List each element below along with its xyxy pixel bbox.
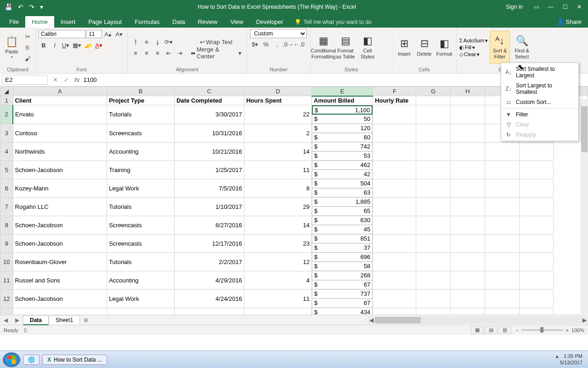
row-header[interactable]: 1 (0, 96, 13, 105)
close-icon[interactable]: ✕ (577, 4, 582, 10)
cell[interactable]: 12 (244, 253, 311, 271)
merge-center-button[interactable]: ⬌ Merge & Center ▾ (188, 48, 244, 58)
cell[interactable]: 3/30/2017 (175, 308, 244, 315)
format-painter-icon[interactable]: 🖌 (23, 53, 33, 63)
sort-filter-button[interactable]: ᴬ↓Sort & Filter (490, 31, 510, 64)
undo-icon[interactable]: ↶ (18, 3, 23, 11)
cell[interactable]: $504 (312, 179, 373, 188)
share-button[interactable]: 👤 Share (550, 16, 588, 28)
percent-format-icon[interactable]: % (261, 39, 271, 49)
cell[interactable]: 4/24/2016 (175, 289, 244, 308)
conditional-formatting-button[interactable]: ▦Conditional Formatting (313, 31, 334, 64)
tab-data[interactable]: Data (166, 16, 191, 28)
menu-sort-asc[interactable]: A↓Sort Smallest to Largest (501, 64, 578, 80)
tell-me[interactable]: 💡 Tell me what you want to do (290, 17, 376, 28)
fx-icon[interactable]: fx (72, 76, 83, 83)
cell[interactable]: Tutorials (107, 253, 175, 271)
cell[interactable]: 29 (244, 197, 311, 216)
cell[interactable]: 14 (244, 216, 311, 234)
cell[interactable]: $630 (312, 216, 373, 225)
row-header[interactable]: 11 (0, 271, 13, 289)
bold-button[interactable]: B (39, 40, 49, 50)
fill-color-button[interactable]: ◢▾ (83, 40, 93, 50)
cell[interactable]: $37 (312, 243, 373, 253)
cell[interactable]: Kozey-Mann (13, 179, 107, 197)
font-name-combo[interactable] (39, 30, 85, 38)
font-color-button[interactable]: A▾ (94, 40, 104, 50)
header-cell[interactable]: Date Completed (175, 96, 244, 105)
cell[interactable]: Tutorials (107, 197, 175, 216)
cell[interactable]: $45 (312, 225, 373, 234)
shrink-font-icon[interactable]: A▾ (114, 29, 124, 39)
cell[interactable]: 7/5/2016 (175, 179, 244, 197)
cell[interactable]: $67 (312, 280, 373, 289)
cell[interactable]: 4 (244, 271, 311, 289)
font-size-combo[interactable] (86, 30, 102, 38)
row-header[interactable]: 4 (0, 142, 13, 161)
cell[interactable]: 10/21/2016 (175, 142, 244, 161)
align-left-icon[interactable]: ≡ (130, 48, 141, 58)
column-header-G[interactable]: G (416, 87, 451, 96)
align-bottom-icon[interactable]: ⭳ (153, 37, 163, 47)
copy-icon[interactable]: ⎘ (23, 42, 33, 52)
cell[interactable]: Legal Work (107, 179, 175, 197)
cell[interactable]: 11 (244, 161, 311, 179)
enter-formula-icon[interactable]: ✓ (61, 76, 72, 83)
cell[interactable]: 1/10/2017 (175, 197, 244, 216)
paste-button[interactable]: 📋Paste▾ (3, 31, 21, 64)
cell[interactable]: $120 (312, 124, 373, 133)
redo-icon[interactable]: ↷ (29, 3, 34, 11)
column-header-H[interactable]: H (451, 87, 485, 96)
cell[interactable]: 23 (244, 234, 311, 253)
header-cell[interactable]: Client (13, 96, 107, 105)
cell[interactable]: $268 (312, 271, 373, 280)
cell[interactable]: Training (107, 161, 175, 179)
cell[interactable]: $737 (312, 289, 373, 299)
zoom-in-button[interactable]: + (565, 328, 568, 333)
cell[interactable]: Legal Work (107, 289, 175, 308)
zoom-slider[interactable] (521, 329, 563, 331)
horizontal-scrollbar[interactable]: ◀▶ (368, 316, 588, 324)
cell[interactable]: $1,885 (312, 197, 373, 207)
cell[interactable]: Tutorials (107, 308, 175, 315)
cell[interactable]: 7 (244, 308, 311, 315)
accounting-format-icon[interactable]: $▾ (250, 39, 260, 49)
tab-insert[interactable]: Insert (54, 16, 82, 28)
borders-button[interactable]: ▦▾ (72, 40, 82, 50)
cell[interactable]: Northwinds (13, 142, 107, 161)
cell[interactable]: Schoen-Jacobson (13, 216, 107, 234)
format-as-table-button[interactable]: ▤Format as Table (335, 31, 356, 64)
cell[interactable]: Envato (13, 105, 107, 124)
cell[interactable]: Schoen-Jacobson (13, 234, 107, 253)
column-header-D[interactable]: D (244, 87, 311, 96)
cell[interactable]: 4/29/2016 (175, 271, 244, 289)
sheet-tab-sheet1[interactable]: Sheet1 (49, 316, 80, 324)
cell[interactable]: $434 (312, 308, 373, 315)
fill-button[interactable]: ◐ Fill ▾ (459, 45, 488, 51)
cell[interactable]: $67 (312, 299, 373, 308)
cell[interactable]: Rogahn LLC (13, 197, 107, 216)
row-header[interactable]: 2 (0, 105, 13, 124)
system-tray[interactable]: ▴ 1:35 PM 5/13/2017 (556, 353, 585, 365)
header-cell[interactable]: Project Type (107, 96, 175, 105)
orientation-icon[interactable]: ⟳▾ (164, 37, 174, 47)
row-header[interactable]: 10 (0, 253, 13, 271)
cell[interactable]: 8/27/2016 (175, 216, 244, 234)
cell[interactable]: Schoen-Jacobson (13, 289, 107, 308)
save-icon[interactable]: 💾 (5, 3, 12, 11)
align-right-icon[interactable]: ≡ (153, 48, 163, 58)
taskbar-excel[interactable]: X How to Sort Data ... (42, 355, 107, 365)
increase-decimal-icon[interactable]: .0→ (283, 39, 293, 49)
column-header-E[interactable]: E (312, 87, 373, 96)
column-header-A[interactable]: A (13, 87, 107, 96)
cell[interactable]: 10/31/2016 (175, 124, 244, 142)
cell[interactable]: Rosenbaum-Glover (13, 253, 107, 271)
format-cells-button[interactable]: ◧Format (435, 31, 453, 64)
decrease-decimal-icon[interactable]: ←.0 (294, 39, 304, 49)
cell[interactable]: 2/2/2017 (175, 253, 244, 271)
wrap-text-button[interactable]: ↩ Wrap Text (188, 37, 244, 47)
find-select-button[interactable]: 🔍Find & Select (512, 31, 532, 64)
cell[interactable]: 1/25/2017 (175, 161, 244, 179)
cell[interactable]: 22 (244, 105, 311, 124)
cell[interactable]: $696 (312, 253, 373, 262)
